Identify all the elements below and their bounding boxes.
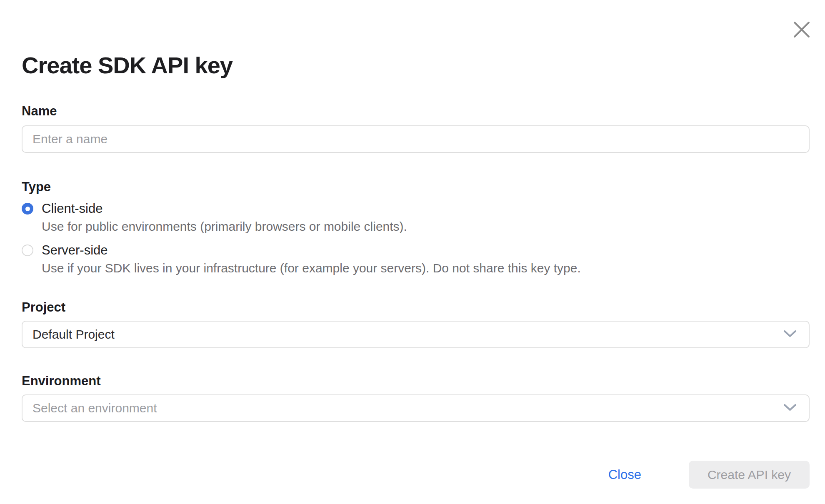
radio-selected-icon[interactable] <box>22 203 33 215</box>
chevron-down-icon <box>783 403 797 413</box>
environment-select[interactable]: Select an environment <box>22 394 810 422</box>
name-label: Name <box>22 103 810 119</box>
radio-description-server-side: Use if your SDK lives in your infrastruc… <box>22 260 810 276</box>
radio-label-client-side: Client-side <box>42 201 102 216</box>
type-label: Type <box>22 179 810 195</box>
create-sdk-api-key-modal: Create SDK API key Name Type Client-side… <box>0 0 825 504</box>
project-label: Project <box>22 299 810 315</box>
radio-option-server-side[interactable]: Server-side <box>22 243 810 258</box>
close-footer-button[interactable]: Close <box>608 467 641 482</box>
close-button[interactable] <box>792 20 811 39</box>
name-input[interactable] <box>22 125 810 153</box>
close-icon <box>792 20 811 39</box>
chevron-down-icon <box>783 329 797 339</box>
radio-label-server-side: Server-side <box>42 243 108 258</box>
radio-option-client-side[interactable]: Client-side <box>22 201 810 216</box>
environment-select-placeholder: Select an environment <box>32 401 157 415</box>
project-select-value: Default Project <box>32 327 115 342</box>
modal-footer: Close Create API key <box>22 461 810 489</box>
radio-description-client-side: Use for public environments (primarily b… <box>22 219 810 235</box>
radio-unselected-icon[interactable] <box>22 245 33 256</box>
create-api-key-button[interactable]: Create API key <box>689 461 810 489</box>
environment-label: Environment <box>22 373 810 389</box>
project-select[interactable]: Default Project <box>22 321 810 348</box>
page-title: Create SDK API key <box>22 0 810 78</box>
